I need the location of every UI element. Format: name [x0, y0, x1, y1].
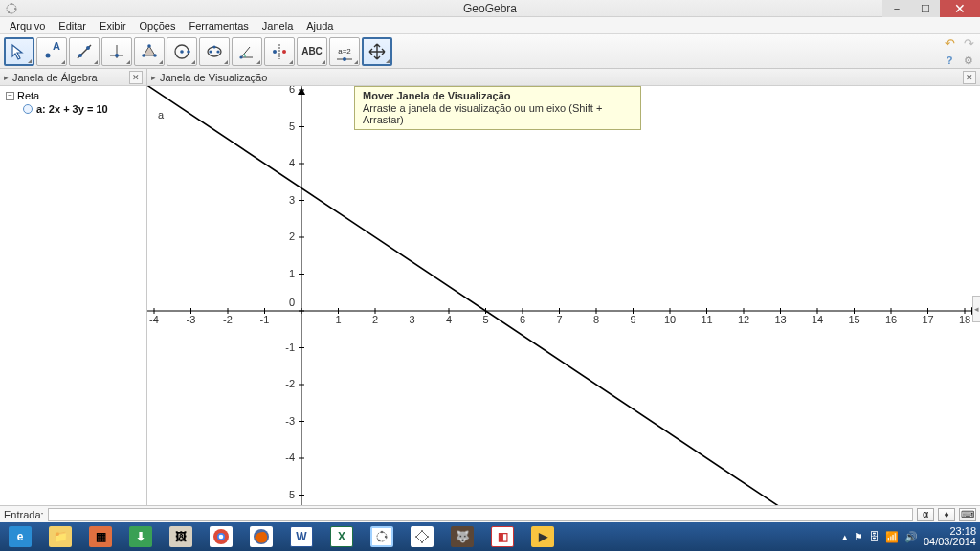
task-gimp[interactable]: 🐺: [442, 522, 482, 551]
task-chrome[interactable]: [201, 522, 241, 551]
task-store[interactable]: ⬇: [121, 522, 161, 551]
svg-text:-2: -2: [223, 314, 233, 325]
tool-ellipse[interactable]: [199, 37, 230, 66]
svg-text:17: 17: [922, 314, 933, 325]
collapse-icon[interactable]: ▸: [151, 73, 156, 82]
tray-volume-icon[interactable]: 🔊: [904, 531, 918, 543]
close-button[interactable]: ✕: [940, 0, 980, 17]
tool-circle[interactable]: [167, 37, 197, 66]
tree-toggle-icon[interactable]: −: [6, 92, 14, 100]
graphics-canvas[interactable]: Mover Janela de Visualização Arraste a j…: [147, 86, 980, 505]
tray-up-icon[interactable]: ▴: [842, 531, 848, 543]
tool-line[interactable]: [69, 37, 100, 66]
tool-perpendicular[interactable]: [101, 37, 132, 66]
task-app5[interactable]: 🖼: [161, 522, 201, 551]
svg-text:-3: -3: [187, 314, 196, 325]
svg-text:-1: -1: [285, 342, 295, 353]
tool-move[interactable]: [4, 37, 34, 66]
svg-point-22: [212, 45, 215, 48]
svg-point-8: [86, 46, 90, 50]
panels: ▸ Janela de Álgebra ✕ − Reta a: 2x + 3y …: [0, 69, 980, 505]
svg-text:A: A: [53, 42, 60, 52]
settings-button[interactable]: ⚙: [961, 54, 976, 67]
collapse-icon[interactable]: ▸: [4, 73, 9, 82]
svg-text:1: 1: [289, 268, 295, 279]
tray-battery-icon[interactable]: 🗄: [869, 531, 880, 542]
svg-text:10: 10: [664, 314, 676, 325]
tool-reflect[interactable]: [264, 37, 295, 66]
task-excel[interactable]: X: [322, 522, 362, 551]
visibility-bullet-icon[interactable]: [23, 104, 33, 114]
tool-point[interactable]: A: [36, 37, 67, 66]
tooltip-title: Mover Janela de Visualização: [363, 90, 633, 101]
task-app11[interactable]: [402, 522, 442, 551]
task-explorer[interactable]: 📁: [40, 522, 80, 551]
svg-point-109: [381, 531, 383, 533]
svg-point-110: [385, 536, 387, 538]
taskbar: e 📁 ▦ ⬇ 🖼 W X 🐺 ◧ ▶ ▴ ⚑ 🗄 📶 🔊 23:18 04/0…: [0, 522, 980, 551]
svg-text:2: 2: [372, 314, 378, 325]
svg-point-111: [378, 540, 380, 541]
minimize-button[interactable]: −: [882, 0, 911, 17]
menu-editar[interactable]: Editar: [53, 19, 92, 33]
help-small-button[interactable]: ♦: [938, 508, 955, 521]
task-word[interactable]: W: [281, 522, 322, 551]
tray-flag-icon[interactable]: ⚑: [854, 531, 863, 543]
tree-item-a[interactable]: a: 2x + 3y = 10: [23, 103, 141, 115]
menu-opcoes[interactable]: Opções: [134, 19, 182, 33]
menu-exibir[interactable]: Exibir: [94, 19, 132, 33]
tool-move-view[interactable]: [362, 37, 392, 66]
svg-marker-112: [416, 531, 428, 542]
task-app13[interactable]: ◧: [482, 522, 523, 551]
tool-polygon[interactable]: [134, 37, 165, 66]
menu-arquivo[interactable]: Arquivo: [4, 19, 51, 33]
svg-line-102: [147, 86, 980, 505]
graphics-close-button[interactable]: ✕: [963, 71, 976, 84]
svg-point-115: [421, 541, 423, 543]
alpha-button[interactable]: α: [917, 508, 934, 521]
command-input[interactable]: [48, 508, 913, 521]
tray-network-icon[interactable]: 📶: [885, 531, 899, 543]
svg-point-23: [239, 55, 242, 58]
task-app3[interactable]: ▦: [80, 522, 121, 551]
svg-text:-4: -4: [285, 452, 295, 463]
svg-text:8: 8: [593, 314, 599, 325]
side-expand-tab[interactable]: ◂: [972, 296, 980, 322]
tool-angle[interactable]: [232, 37, 262, 66]
menu-ajuda[interactable]: Ajuda: [301, 19, 339, 33]
svg-text:1: 1: [335, 314, 341, 325]
undo-button[interactable]: ↶: [942, 36, 957, 50]
window-titlebar: GeoGebra − ☐ ✕: [0, 0, 980, 17]
tree-node-reta[interactable]: − Reta: [6, 90, 141, 101]
help-button[interactable]: ?: [942, 54, 957, 67]
svg-text:-5: -5: [285, 489, 295, 500]
task-firefox[interactable]: [241, 522, 281, 551]
redo-button[interactable]: ↷: [961, 36, 976, 50]
svg-text:6: 6: [520, 314, 525, 325]
svg-marker-32: [298, 87, 305, 95]
menu-janela[interactable]: Janela: [256, 19, 299, 33]
svg-text:2: 2: [289, 231, 295, 242]
graphics-title: Janela de Visualização: [160, 72, 267, 83]
maximize-button[interactable]: ☐: [911, 0, 940, 17]
menu-ferramentas[interactable]: Ferramentas: [183, 19, 254, 33]
algebra-header: ▸ Janela de Álgebra ✕: [0, 69, 146, 86]
svg-text:12: 12: [738, 314, 749, 325]
svg-point-17: [180, 50, 184, 54]
tool-text[interactable]: ABC: [297, 37, 327, 66]
svg-point-11: [115, 54, 119, 57]
svg-text:15: 15: [848, 314, 859, 325]
system-tray: ▴ ⚑ 🗄 📶 🔊 23:18 04/03/2014: [842, 522, 976, 551]
svg-text:-2: -2: [285, 378, 295, 389]
tool-slider[interactable]: a=2: [329, 37, 360, 66]
clock[interactable]: 23:18 04/03/2014: [924, 526, 976, 547]
task-ie[interactable]: e: [0, 522, 40, 551]
keyboard-button[interactable]: ⌨: [959, 508, 976, 521]
svg-text:-4: -4: [149, 314, 159, 325]
task-geogebra[interactable]: [362, 522, 402, 551]
algebra-close-button[interactable]: ✕: [129, 71, 143, 84]
window-buttons: − ☐ ✕: [882, 0, 980, 17]
svg-text:a: a: [158, 109, 165, 121]
task-app14[interactable]: ▶: [523, 522, 563, 551]
svg-text:16: 16: [885, 314, 897, 325]
